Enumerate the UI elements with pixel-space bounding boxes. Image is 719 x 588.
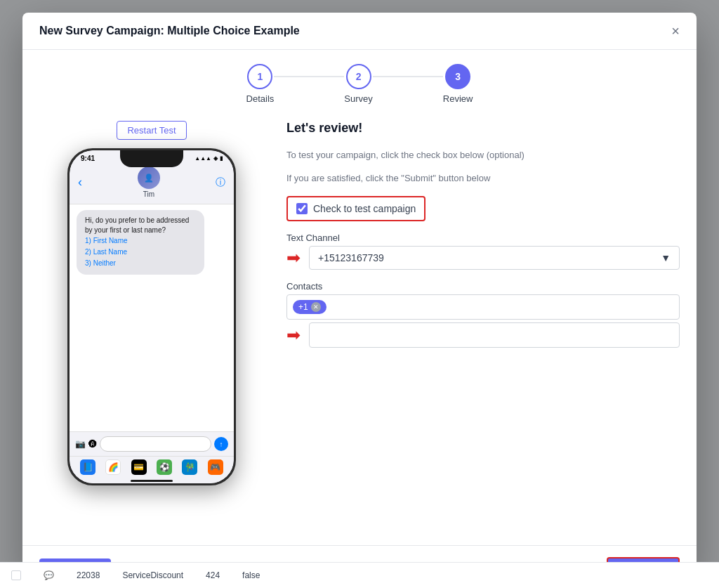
text-channel-row: ➡ +15123167739 ▼	[286, 246, 680, 270]
bottom-number: 424	[206, 570, 220, 580]
app-icon-1: 📘	[80, 459, 95, 475]
bottom-bar: 💬 22038 ServiceDiscount 424 false	[0, 562, 719, 588]
app-store-icon: 🅐	[88, 439, 97, 449]
bottom-name: ServiceDiscount	[122, 570, 183, 580]
battery-icon: ▮	[220, 155, 223, 162]
check-campaign-row: Check to test campaign	[286, 196, 426, 221]
modal-header: New Survey Campaign: Multiple Choice Exa…	[22, 13, 697, 50]
bottom-value: false	[242, 570, 260, 580]
step-3-circle: 3	[445, 64, 470, 89]
phone-screen: 9:41 ▲▲▲ ◈ ▮ ‹ 👤	[70, 150, 234, 483]
step-1: 1 Details	[246, 64, 275, 104]
message-text: Hi, do you prefer to be addressed by you…	[85, 216, 189, 234]
modal-body: Restart Test 9:41 ▲▲▲ ◈ ▮	[22, 110, 697, 545]
contact-input[interactable]	[309, 322, 680, 348]
phone-input-area: 📷 🅐 ↑	[70, 431, 234, 456]
back-arrow-icon[interactable]: ‹	[78, 175, 82, 190]
step-2: 2 Survey	[344, 64, 372, 104]
app-icon-4: ⚽	[157, 459, 172, 475]
wifi-icon: ◈	[213, 155, 218, 162]
modal-container: New Survey Campaign: Multiple Choice Exa…	[22, 13, 697, 575]
message-bubble: Hi, do you prefer to be addressed by you…	[77, 210, 204, 275]
app-icon-2: 🌈	[105, 459, 121, 475]
app-icon-3: 💳	[131, 459, 147, 475]
app-icon-5: 🎋	[182, 459, 197, 475]
step-3: 3 Review	[443, 64, 473, 104]
modal-title: New Survey Campaign: Multiple Choice Exa…	[39, 25, 300, 37]
message-options: 1) First Name2) Last Name3) Neither	[85, 235, 196, 269]
phone-status-icons: ▲▲▲ ◈ ▮	[194, 155, 223, 162]
stepper: 1 Details 2 Survey 3 Review	[22, 50, 697, 110]
phone-app-icons: 📘 🌈 💳 ⚽ 🎋 🎮	[70, 456, 234, 478]
phone-notch	[120, 150, 183, 167]
phone-time: 9:41	[81, 155, 95, 162]
contact-avatar: 👤	[138, 166, 160, 189]
phone-home-indicator	[70, 478, 234, 483]
step-connector-2	[373, 76, 443, 77]
avatar-initials: 👤	[144, 174, 154, 183]
phone-section: Restart Test 9:41 ▲▲▲ ◈ ▮	[39, 121, 264, 531]
step-3-label: Review	[443, 93, 473, 104]
row-checkbox[interactable]	[11, 570, 21, 580]
contacts-group: Contacts +1 ✕ ➡	[286, 281, 680, 348]
text-channel-value: +15123167739	[318, 252, 384, 263]
text-channel-select[interactable]: +15123167739 ▼	[309, 246, 680, 270]
contact-tags-area[interactable]: +1 ✕	[286, 294, 680, 320]
step-2-circle: 2	[346, 64, 371, 89]
review-section: Let's review! To test your campaign, cli…	[286, 121, 680, 531]
imessage-header: ‹ 👤 Tim ⓘ	[70, 164, 234, 204]
step-1-label: Details	[246, 93, 275, 104]
home-bar	[131, 480, 173, 482]
contact-tag: +1 ✕	[293, 300, 326, 314]
check-campaign-checkbox[interactable]	[296, 203, 308, 214]
contact-tag-value: +1	[298, 302, 308, 312]
send-button[interactable]: ↑	[214, 437, 228, 451]
app-icon-6: 🎮	[208, 459, 223, 475]
contact-input-row: ➡	[286, 322, 680, 348]
text-channel-group: Text Channel ➡ +15123167739 ▼	[286, 233, 680, 270]
info-icon[interactable]: ⓘ	[216, 176, 225, 189]
restart-test-button[interactable]: Restart Test	[117, 121, 186, 140]
camera-icon: 📷	[75, 439, 86, 449]
bottom-cell-checkbox	[11, 570, 21, 580]
phone-mockup: 9:41 ▲▲▲ ◈ ▮ ‹ 👤	[67, 148, 236, 485]
review-subtitle-2: If you are satisfied, click the "Submit"…	[286, 173, 680, 183]
tag-remove-icon[interactable]: ✕	[311, 302, 321, 312]
contact-name: Tim	[143, 190, 154, 198]
contacts-label: Contacts	[286, 281, 680, 292]
arrow-icon-2: ➡	[286, 325, 301, 345]
signal-icon: ▲▲▲	[194, 155, 211, 162]
messages-area: Hi, do you prefer to be addressed by you…	[70, 204, 234, 431]
step-2-label: Survey	[344, 93, 372, 104]
phone-input-box[interactable]	[100, 436, 211, 452]
text-channel-label: Text Channel	[286, 233, 680, 243]
bottom-icon-1: 💬	[44, 570, 54, 580]
bottom-id: 22038	[77, 570, 100, 580]
close-button[interactable]: ×	[671, 24, 680, 38]
check-campaign-label: Check to test campaign	[313, 203, 416, 214]
step-connector-1	[274, 76, 344, 77]
step-1-circle: 1	[247, 64, 272, 89]
review-subtitle-1: To test your campaign, click the check b…	[286, 150, 680, 160]
dropdown-arrow-icon: ▼	[661, 252, 671, 263]
arrow-icon-1: ➡	[286, 248, 301, 268]
review-title: Let's review!	[286, 121, 680, 136]
